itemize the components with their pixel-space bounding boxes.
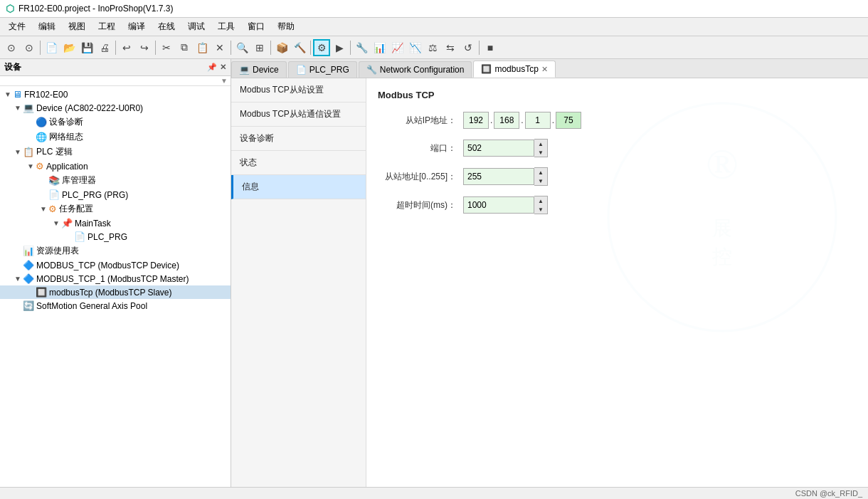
timeout-wrapper: ▲ ▼: [463, 196, 548, 214]
tree-item-app[interactable]: ▼ ⚙ Application: [0, 159, 231, 173]
menu-item-9[interactable]: 帮助: [272, 19, 300, 34]
timeout-input[interactable]: [463, 196, 534, 214]
menu-item-2[interactable]: 视图: [63, 19, 91, 34]
toolbar-btn-new[interactable]: 📄: [43, 39, 60, 56]
toolbar-btn-cut[interactable]: ✂: [158, 39, 175, 56]
toolbar-btn-cfg6[interactable]: ↺: [460, 39, 477, 56]
tree-item-device[interactable]: ▼ 💻 Device (AC802-0222-U0R0): [0, 101, 231, 115]
toolbar-btn-fwd[interactable]: ⊙: [21, 39, 38, 56]
toolbar-btn-search2[interactable]: ⊞: [251, 39, 268, 56]
ip-dot1: .: [490, 115, 492, 125]
tree-item-resources[interactable]: ▶ 📊 资源使用表: [0, 243, 231, 258]
toolbar-btn-copy[interactable]: ⧉: [176, 39, 193, 56]
toggle-device[interactable]: ▼: [13, 104, 23, 112]
slave-addr-input[interactable]: [463, 168, 534, 185]
settings-item-status-label: 状态: [240, 157, 257, 167]
menu-item-4[interactable]: 编译: [122, 19, 151, 34]
icon-lib: 📚: [48, 175, 60, 186]
tab-plcprg[interactable]: 📄 PLC_PRG: [288, 61, 357, 78]
menu-item-0[interactable]: 文件: [3, 19, 31, 34]
tab-modbus-close[interactable]: ✕: [541, 65, 548, 74]
slave-addr-down-btn[interactable]: ▼: [534, 177, 547, 185]
port-up-btn[interactable]: ▲: [534, 140, 547, 148]
toggle-maintask[interactable]: ▼: [51, 219, 61, 227]
toggle-app[interactable]: ▼: [26, 162, 36, 170]
toolbar-btn-cfg4[interactable]: ⚖: [424, 39, 441, 56]
tab-network[interactable]: 🔧 Network Configuration: [359, 61, 472, 78]
tree-item-plcprg[interactable]: ▶ 📄 PLC_PRG (PRG): [0, 188, 231, 201]
toolbar-btn-back[interactable]: ⊙: [3, 39, 20, 56]
label-app: Application: [46, 162, 88, 172]
toggle-plc[interactable]: ▼: [13, 148, 23, 156]
port-down-btn[interactable]: ▼: [534, 148, 547, 157]
close-panel-icon[interactable]: ✕: [220, 63, 226, 72]
tree-item-plc[interactable]: ▼ 📋 PLC 逻辑: [0, 145, 231, 159]
app-icon: ⬡: [6, 3, 14, 14]
tree-item-maintask[interactable]: ▼ 📌 MainTask: [0, 216, 231, 230]
toolbar-btn-build2[interactable]: 🔨: [291, 39, 308, 56]
tree-item-slave[interactable]: ▶ 🔲 modbusTcp (ModbusTCP Slave): [0, 285, 231, 299]
toolbar-btn-redo[interactable]: ↪: [136, 39, 153, 56]
tree-item-root[interactable]: ▼ 🖥 FR102-E00: [0, 88, 231, 101]
title-text: FR102-E00.project - InoProShop(V1.7.3): [18, 4, 173, 14]
settings-item-status[interactable]: 状态: [231, 151, 366, 175]
tree-item-modbus[interactable]: ▶ 🔷 MODBUS_TCP (ModbusTCP Device): [0, 258, 231, 272]
menu-item-5[interactable]: 在线: [152, 19, 181, 34]
toolbar-btn-cfg2[interactable]: 📈: [388, 39, 406, 56]
slave-addr-up-btn[interactable]: ▲: [534, 168, 547, 177]
menu-item-6[interactable]: 调试: [182, 19, 211, 34]
icon-root: 🖥: [13, 89, 22, 100]
timeout-up-btn[interactable]: ▲: [534, 196, 547, 205]
menu-item-8[interactable]: 窗口: [242, 19, 270, 34]
toggle-modbus1[interactable]: ▼: [13, 275, 23, 283]
tabs-bar: 💻 Device 📄 PLC_PRG 🔧 Network Configurati…: [231, 59, 868, 78]
menu-item-3[interactable]: 工程: [92, 19, 121, 34]
tab-device-label: Device: [253, 65, 279, 75]
tab-device[interactable]: 💻 Device: [231, 61, 287, 78]
tree-item-modbus1[interactable]: ▼ 🔷 MODBUS_TCP_1 (ModbusTCP Master): [0, 272, 231, 285]
settings-item-diag[interactable]: 设备诊断: [231, 127, 366, 151]
toolbar-btn-run[interactable]: ▶: [331, 39, 348, 56]
tree-item-plcprg2[interactable]: ▶ 📄 PLC_PRG: [0, 230, 231, 243]
menu-item-1[interactable]: 编辑: [33, 19, 61, 34]
toolbar-btn-build[interactable]: 📦: [273, 39, 290, 56]
timeout-down-btn[interactable]: ▼: [534, 205, 547, 214]
toolbar-btn-cfg3[interactable]: 📉: [406, 39, 423, 56]
toolbar-btn-cfg1[interactable]: 📊: [371, 39, 388, 56]
tab-modbus[interactable]: 🔲 modbusTcp ✕: [473, 61, 555, 78]
tree-item-lib[interactable]: ▶ 📚 库管理器: [0, 173, 231, 188]
toolbar-btn-print[interactable]: 🖨: [96, 39, 113, 56]
ip-seg3[interactable]: [525, 112, 551, 129]
label-softmotion: SoftMotion General Axis Pool: [36, 301, 147, 311]
pin-icon[interactable]: 📌: [207, 63, 217, 72]
toggle-taskconfig[interactable]: ▼: [38, 205, 48, 213]
menu-item-7[interactable]: 工具: [212, 19, 240, 34]
toolbar-btn-network[interactable]: ⚙: [313, 39, 330, 56]
ip-seg2[interactable]: [494, 112, 519, 129]
toolbar-btn-undo[interactable]: ↩: [118, 39, 135, 56]
port-spin-buttons: ▲ ▼: [534, 139, 548, 157]
toolbar-btn-delete[interactable]: ✕: [211, 39, 228, 56]
tree-item-net[interactable]: ▶ 🌐 网络组态: [0, 130, 231, 145]
settings-item-info[interactable]: 信息: [231, 175, 366, 199]
ip-dot2: .: [521, 115, 523, 125]
toolbar-btn-open[interactable]: 📂: [60, 39, 78, 56]
tree-item-taskconfig[interactable]: ▼ ⚙ 任务配置: [0, 201, 231, 216]
toolbar-btn-cfg5[interactable]: ⇆: [442, 39, 459, 56]
settings-item-slave[interactable]: Modbus TCP从站设置: [231, 78, 366, 103]
port-input[interactable]: [463, 140, 534, 157]
toggle-root[interactable]: ▼: [3, 90, 13, 98]
ip-seg1[interactable]: [463, 112, 489, 129]
ip-seg4[interactable]: [556, 112, 581, 129]
toolbar-btn-paste[interactable]: 📋: [194, 39, 211, 56]
label-plcprg2: PLC_PRG: [88, 232, 127, 242]
tree-item-diag[interactable]: ▶ 🔵 设备诊断: [0, 115, 231, 130]
tree-item-softmotion[interactable]: ▶ 🔄 SoftMotion General Axis Pool: [0, 299, 231, 312]
toolbar-btn-tools[interactable]: 🔧: [353, 39, 370, 56]
toolbar-btn-save[interactable]: 💾: [78, 39, 95, 56]
content-area: Modbus TCP从站设置 Modbus TCP从站通信设置 设备诊断 状态 …: [231, 78, 868, 495]
settings-item-comm[interactable]: Modbus TCP从站通信设置: [231, 103, 366, 127]
toolbar-btn-stop[interactable]: ■: [482, 39, 499, 56]
toolbar-btn-search[interactable]: 🔍: [233, 39, 250, 56]
scroll-icon[interactable]: ▼: [221, 77, 228, 85]
